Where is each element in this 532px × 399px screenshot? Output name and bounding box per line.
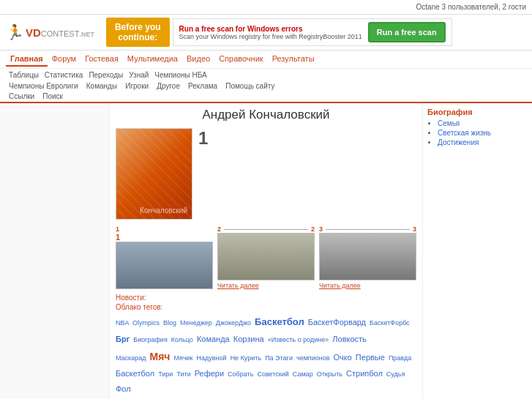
news-title: Новости: — [116, 294, 416, 302]
read-more-1[interactable]: Читать далее — [217, 282, 259, 289]
tag-basket[interactable]: Корзина — [233, 335, 264, 343]
tag-open[interactable]: Открыть — [317, 370, 342, 378]
tag-foul[interactable]: Фол — [116, 384, 131, 393]
bio-item-family: Семья — [438, 119, 528, 127]
nav-results[interactable]: Результаты — [268, 52, 319, 67]
thumb2-img — [217, 233, 315, 280]
promo-line2: continue: — [115, 32, 161, 42]
logo-runner-icon: 🏃 — [6, 23, 24, 41]
nav-guestbook[interactable]: Гостевая — [80, 52, 123, 67]
nav-sub-row3: Ссылки Поиск — [0, 92, 532, 102]
top-ad-text: Octane 3 пользователей, 2 гости — [416, 3, 526, 11]
thumb1-num: 1 1 — [116, 225, 213, 242]
ad-scan-subtitle: Scan your Windows registry for free with… — [179, 33, 362, 40]
thumbs-row: 1 1 2 2 Читать далее 3 — [116, 225, 416, 289]
thumb-3: 3 3 Читать далее — [319, 225, 416, 289]
main-nav: Главная Форум Гостевая Мультимедиа Видео… — [0, 51, 532, 103]
nav-tables[interactable]: Таблицы — [6, 70, 42, 81]
nav-other[interactable]: Другое — [154, 81, 183, 92]
thumb2-line — [224, 229, 308, 230]
tag-collect[interactable]: Собрать — [228, 370, 253, 378]
tag-judge[interactable]: Судья — [386, 370, 405, 378]
main-image-section: Кончаловский 1 — [116, 128, 416, 220]
image-caption: Кончаловский — [140, 206, 187, 215]
bio-link-achievements[interactable]: Достижения — [438, 138, 479, 146]
tag-biography[interactable]: Биография — [133, 336, 168, 343]
promo-line1: Before you — [115, 22, 161, 32]
tag-referee[interactable]: Рефери — [195, 369, 224, 378]
tag-champions[interactable]: чемпионов — [296, 354, 330, 362]
tag-nba[interactable]: NBA — [116, 319, 129, 327]
tag-tiri[interactable]: Тири — [158, 370, 173, 378]
tag-inflatable[interactable]: Надувной — [197, 354, 227, 362]
news-section: Новости: Облако тегов: NBA Olympics Blog… — [116, 294, 416, 397]
bio-section: Биография Семья Светская жизнь Достижени… — [427, 108, 528, 146]
tag-team[interactable]: Команда — [197, 335, 230, 343]
tag-ring[interactable]: Кольцо — [171, 336, 193, 343]
read-more-2[interactable]: Читать далее — [319, 282, 361, 289]
ad-scan-area: Run a free scan for Windows errors Scan … — [173, 18, 452, 46]
tag-basketforward[interactable]: БаскетФорвард — [308, 318, 366, 327]
tag-pa-etagi[interactable]: Па Этаги — [265, 354, 293, 362]
nav-sub-row1: Таблицы Статистика Переходы Узнай Чемпио… — [0, 68, 532, 81]
nav-main-row: Главная Форум Гостевая Мультимедиа Видео… — [0, 51, 532, 68]
tag-brg[interactable]: Брг — [116, 335, 130, 343]
tag-basketball[interactable]: Баскетбол — [255, 316, 304, 327]
ad-scan-title: Run a free scan for Windows errors — [179, 25, 303, 33]
tag-pravda[interactable]: Правда — [389, 354, 411, 362]
thumb2-num: 2 2 — [217, 225, 315, 233]
nav-help[interactable]: Помощь сайту — [222, 81, 277, 92]
logo-contest: CONTEST — [41, 29, 80, 38]
tag-agility[interactable]: Ловкость — [332, 335, 367, 343]
nav-teams[interactable]: Команды — [83, 81, 120, 92]
nav-nba-champs[interactable]: Чемпионы НБА — [151, 70, 209, 81]
bio-item-social: Светская жизнь — [438, 129, 528, 137]
nav-euroleague[interactable]: Чемпионы Евролиги — [6, 81, 81, 92]
tag-basketball2[interactable]: Баскетбол — [116, 369, 154, 378]
nav-video[interactable]: Видео — [182, 52, 214, 67]
thumb1-img — [116, 242, 213, 289]
nav-home[interactable]: Главная — [6, 52, 48, 67]
nav-know[interactable]: Узнай — [126, 70, 151, 81]
thumb-1: 1 1 — [116, 225, 213, 289]
tag-blog[interactable]: Blog — [163, 319, 176, 327]
bio-link-family[interactable]: Семья — [438, 119, 460, 127]
tag-manager[interactable]: Менеджер — [180, 319, 212, 327]
tag-djokerdjo[interactable]: ДжокерДжо — [216, 319, 251, 327]
left-sidebar — [0, 103, 110, 399]
tag-titi[interactable]: Тити — [176, 370, 190, 378]
tag-no-smoking[interactable]: Не Курить — [231, 354, 262, 362]
tag-basketforbs[interactable]: БаскетФорбс — [370, 319, 410, 327]
nav-search[interactable]: Поиск — [40, 91, 66, 102]
tag-samar[interactable]: Самар — [293, 370, 313, 378]
nav-players[interactable]: Игроки — [122, 81, 151, 92]
tag-izvestia[interactable]: «Известь о родине» — [268, 336, 329, 343]
tag-first[interactable]: Первые — [356, 353, 385, 362]
bio-item-achievements: Достижения — [438, 138, 528, 146]
nav-stats[interactable]: Статистика — [42, 70, 86, 81]
thumb3-line — [326, 229, 410, 230]
ad-scan-text: Run a free scan for Windows errors Scan … — [179, 25, 362, 40]
scan-button[interactable]: Run a free scan — [368, 22, 446, 42]
logo-vd: VD — [26, 26, 41, 39]
nav-transfers[interactable]: Переходы — [86, 70, 126, 81]
tag-ball[interactable]: Мяч — [150, 351, 171, 362]
thumb2-right: 2 — [311, 225, 315, 233]
logo-net: .NET — [79, 31, 94, 38]
bio-link-social[interactable]: Светская жизнь — [438, 129, 491, 137]
tag-olympics[interactable]: Olympics — [132, 319, 160, 327]
tag-point[interactable]: Очко — [334, 353, 352, 362]
tag-ball-small[interactable]: Мячик — [174, 354, 193, 362]
nav-links[interactable]: Ссылки — [6, 91, 37, 102]
nav-reference[interactable]: Справочник — [214, 52, 268, 67]
tag-soviet[interactable]: Советский — [257, 370, 288, 378]
nav-multimedia[interactable]: Мультимедиа — [123, 52, 182, 67]
thumb-2: 2 2 Читать далее — [217, 225, 315, 289]
site-logo[interactable]: 🏃 VDCONTEST.NET — [6, 23, 94, 41]
image-number-1: 1 — [198, 128, 208, 149]
tag-masquerade[interactable]: Маскарад — [116, 354, 146, 362]
tag-cloud-title: Облако тегов: — [116, 303, 416, 311]
nav-ads[interactable]: Реклама — [185, 81, 220, 92]
tag-stripball[interactable]: Стрипбол — [346, 369, 383, 378]
nav-forum[interactable]: Форум — [48, 52, 80, 67]
